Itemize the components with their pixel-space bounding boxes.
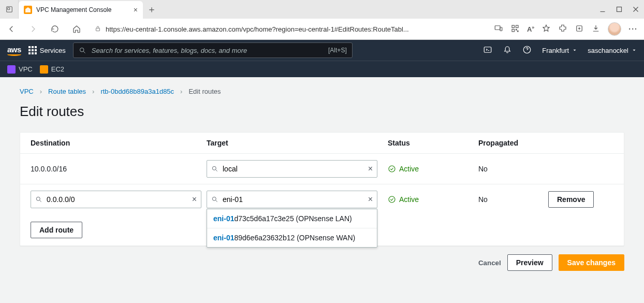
browser-tab-row: VPC Management Console × ＋	[0, 0, 644, 19]
target-select[interactable]: ×	[207, 160, 377, 178]
svg-line-25	[40, 200, 41, 202]
browser-tab[interactable]: VPC Management Console ×	[19, 1, 143, 19]
target-input[interactable]	[223, 165, 364, 173]
breadcrumb-rtb[interactable]: rtb-0bdd68b89a3a1d85c	[100, 88, 174, 95]
breadcrumb-sep: ›	[40, 88, 42, 95]
aws-logo[interactable]: aws	[7, 45, 21, 56]
col-destination: Destination	[31, 139, 207, 147]
account-menu[interactable]: saschanockel	[588, 47, 637, 54]
svg-rect-7	[495, 25, 500, 30]
text-size-icon[interactable]: A»	[527, 25, 534, 33]
aws-top-nav: aws Services Search for services, featur…	[0, 40, 644, 61]
page-content: VPC › Route tables › rtb-0bdd68b89a3a1d8…	[0, 77, 644, 286]
search-icon	[79, 47, 86, 54]
svg-line-18	[83, 51, 85, 53]
svg-rect-1	[7, 8, 9, 10]
col-target: Target	[207, 139, 388, 147]
svg-line-22	[216, 170, 217, 171]
destination-select[interactable]: ×	[31, 191, 201, 208]
favorites-icon[interactable]	[541, 24, 551, 35]
table-header-row: Destination Target Status Propagated	[20, 133, 624, 154]
aws-favicon	[24, 6, 32, 14]
preview-button[interactable]: Preview	[507, 254, 552, 271]
new-tab-button[interactable]: ＋	[143, 3, 160, 16]
svg-point-26	[212, 197, 216, 200]
clear-icon[interactable]: ×	[368, 195, 373, 204]
dropdown-option[interactable]: eni-01d73c5d6a17c3e25 (OPNsense LAN)	[207, 209, 377, 228]
tab-title: VPC Management Console	[36, 6, 129, 13]
breadcrumb-sep: ›	[180, 88, 182, 95]
search-icon	[211, 196, 218, 203]
extensions-icon[interactable]	[558, 24, 567, 35]
add-route-button[interactable]: Add route	[31, 222, 82, 238]
user-label: saschanockel	[588, 47, 628, 54]
svg-line-27	[216, 200, 217, 202]
target-select[interactable]: × eni-01d73c5d6a17c3e25 (OPNsense LAN) e…	[207, 191, 377, 208]
region-selector[interactable]: Frankfurt	[542, 47, 577, 54]
clear-icon[interactable]: ×	[368, 164, 373, 174]
qr-icon[interactable]	[510, 24, 520, 35]
subnav-vpc-label: VPC	[19, 65, 33, 73]
tab-actions-button[interactable]	[0, 0, 19, 19]
propagated-value: No	[478, 195, 548, 204]
status-badge: Active	[388, 165, 478, 173]
help-icon[interactable]	[522, 45, 532, 56]
svg-point-17	[80, 48, 84, 52]
svg-rect-10	[516, 25, 518, 28]
target-input[interactable]	[223, 195, 364, 204]
breadcrumb-current: Edit routes	[188, 88, 221, 95]
vpc-service-icon	[7, 65, 16, 74]
svg-point-24	[36, 197, 40, 200]
save-changes-button[interactable]: Save changes	[559, 254, 624, 271]
status-badge: Active	[388, 195, 478, 204]
profile-avatar[interactable]	[608, 22, 621, 36]
home-button[interactable]	[68, 21, 85, 37]
lock-icon	[94, 25, 101, 34]
svg-rect-8	[500, 27, 502, 31]
propagated-value: No	[478, 165, 548, 173]
breadcrumb-route-tables[interactable]: Route tables	[48, 88, 86, 95]
browser-toolbar-right: A» ···	[494, 22, 641, 36]
svg-point-23	[389, 166, 395, 172]
back-button[interactable]	[3, 21, 20, 37]
breadcrumb-sep: ›	[92, 88, 94, 95]
collections-icon[interactable]	[575, 24, 584, 35]
check-circle-icon	[388, 195, 396, 204]
clear-icon[interactable]: ×	[192, 195, 197, 204]
svg-rect-6	[96, 28, 100, 31]
destination-value: 10.0.0.0/16	[31, 165, 207, 173]
close-tab-icon[interactable]: ×	[134, 6, 138, 14]
device-emulation-icon[interactable]	[494, 24, 503, 35]
subnav-vpc[interactable]: VPC	[7, 65, 33, 74]
maximize-window-button[interactable]	[611, 1, 627, 18]
cancel-button[interactable]: Cancel	[478, 259, 501, 267]
dropdown-option[interactable]: eni-0189d6e6a23632b12 (OPNsense WAN)	[207, 228, 377, 247]
subnav-ec2-label: EC2	[51, 65, 64, 73]
remove-route-button[interactable]: Remove	[548, 191, 594, 208]
svg-point-28	[389, 196, 395, 203]
address-bar[interactable]: https://eu-central-1.console.aws.amazon.…	[90, 21, 489, 37]
breadcrumb: VPC › Route tables › rtb-0bdd68b89a3a1d8…	[20, 88, 624, 95]
notifications-icon[interactable]	[503, 45, 512, 56]
destination-input[interactable]	[47, 195, 188, 204]
table-row: 10.0.0.0/16 × Active No	[20, 154, 624, 184]
services-menu[interactable]: Services	[28, 46, 66, 54]
more-menu-icon[interactable]: ···	[628, 25, 638, 33]
cloudshell-icon[interactable]	[483, 45, 492, 56]
table-row: × × eni-01d73c5d6a17c3e25 (OPNsense LAN)	[20, 184, 624, 214]
target-dropdown: eni-01d73c5d6a17c3e25 (OPNsense LAN) eni…	[207, 209, 377, 248]
search-shortcut: [Alt+S]	[328, 47, 347, 54]
ec2-service-icon	[40, 65, 48, 74]
downloads-icon[interactable]	[591, 24, 601, 35]
subnav-ec2[interactable]: EC2	[40, 65, 64, 74]
minimize-window-button[interactable]	[594, 1, 611, 18]
aws-subnav: VPC EC2	[0, 61, 644, 77]
close-window-button[interactable]	[627, 1, 644, 18]
breadcrumb-vpc[interactable]: VPC	[20, 88, 34, 95]
search-icon	[35, 196, 42, 203]
refresh-button[interactable]	[47, 21, 63, 37]
svg-rect-13	[517, 31, 518, 32]
aws-search[interactable]: Search for services, features, blogs, do…	[73, 42, 353, 58]
forward-button[interactable]	[25, 21, 41, 37]
check-circle-icon	[388, 165, 396, 173]
